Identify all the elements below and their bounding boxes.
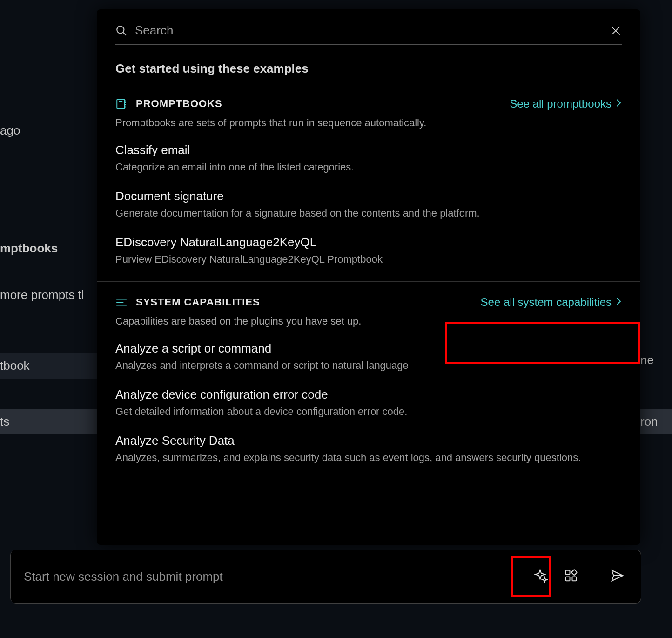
sparkle-button[interactable] (531, 566, 552, 587)
capability-item-title: Analyze device configuration error code (115, 387, 622, 402)
svg-rect-11 (566, 577, 570, 581)
popup-subtitle: Get started using these examples (115, 61, 622, 76)
promptbook-item-title: Classify email (115, 143, 622, 157)
bg-text-ts: ts (0, 409, 97, 434)
see-all-capabilities-link[interactable]: See all system capabilities (481, 296, 622, 309)
section-divider (97, 281, 640, 282)
bg-text-mptbooks: mptbooks (0, 241, 58, 256)
bg-text-ron: ron (640, 409, 672, 434)
capability-item[interactable]: Analyze device configuration error code … (115, 387, 622, 418)
prompts-popup: Get started using these examples PROMPTB… (97, 9, 640, 545)
bg-text-ago: ago (0, 123, 20, 138)
capability-item[interactable]: Analyze Security Data Analyzes, summariz… (115, 434, 622, 464)
svg-line-1 (123, 32, 126, 35)
search-input[interactable] (135, 23, 610, 38)
svg-rect-12 (572, 577, 577, 581)
prompt-bar (10, 550, 641, 604)
promptbook-item[interactable]: Classify email Categorize an email into … (115, 143, 622, 173)
svg-rect-4 (117, 99, 124, 109)
svg-rect-10 (566, 570, 570, 575)
book-icon (115, 98, 128, 110)
promptbook-item-desc: Purview EDiscovery NaturalLanguage2KeyQL… (115, 253, 622, 265)
capability-item-title: Analyze a script or command (115, 341, 622, 356)
promptbooks-header: PROMPTBOOKS See all promptbooks (115, 97, 622, 110)
bg-text-tbook: tbook (0, 353, 97, 379)
apps-icon (564, 569, 578, 584)
send-button[interactable] (606, 566, 628, 587)
capability-item-title: Analyze Security Data (115, 434, 622, 448)
close-icon[interactable] (610, 25, 622, 37)
bg-text-moreprompts: more prompts tl (0, 288, 84, 302)
see-all-promptbooks-link[interactable]: See all promptbooks (510, 97, 622, 110)
promptbooks-label: PROMPTBOOKS (136, 98, 222, 110)
search-icon (115, 25, 128, 37)
capabilities-label: SYSTEM CAPABILITIES (136, 296, 260, 308)
vertical-separator (594, 566, 594, 587)
prompt-actions (531, 566, 628, 587)
capability-item[interactable]: Analyze a script or command Analyzes and… (115, 341, 622, 372)
promptbook-item-desc: Categorize an email into one of the list… (115, 161, 622, 173)
promptbook-item[interactable]: EDiscovery NaturalLanguage2KeyQL Purview… (115, 235, 622, 265)
chevron-right-icon (616, 99, 622, 109)
svg-rect-13 (571, 570, 577, 575)
apps-button[interactable] (560, 566, 582, 587)
promptbooks-desc: Promptbooks are sets of prompts that run… (115, 117, 622, 129)
promptbook-item-title: EDiscovery NaturalLanguage2KeyQL (115, 235, 622, 250)
promptbook-item-title: Document signature (115, 189, 622, 204)
chevron-right-icon (616, 297, 622, 308)
svg-point-0 (117, 26, 124, 33)
capability-item-desc: Analyzes and interprets a command or scr… (115, 360, 622, 372)
see-all-capabilities-text: See all system capabilities (481, 296, 612, 309)
capabilities-header: SYSTEM CAPABILITIES See all system capab… (115, 296, 622, 309)
promptbook-item[interactable]: Document signature Generate documentatio… (115, 189, 622, 219)
see-all-promptbooks-text: See all promptbooks (510, 97, 612, 110)
promptbook-item-desc: Generate documentation for a signature b… (115, 207, 622, 219)
sparkle-icon (534, 569, 548, 584)
search-row (115, 23, 622, 45)
capabilities-desc: Capabilities are based on the plugins yo… (115, 315, 622, 327)
send-icon (610, 569, 624, 584)
prompt-input[interactable] (24, 570, 531, 584)
capability-item-desc: Get detailed information about a device … (115, 406, 622, 418)
capability-item-desc: Analyzes, summarizes, and explains secur… (115, 452, 622, 464)
bg-text-ne: ne (640, 353, 654, 367)
capabilities-icon (115, 296, 128, 308)
